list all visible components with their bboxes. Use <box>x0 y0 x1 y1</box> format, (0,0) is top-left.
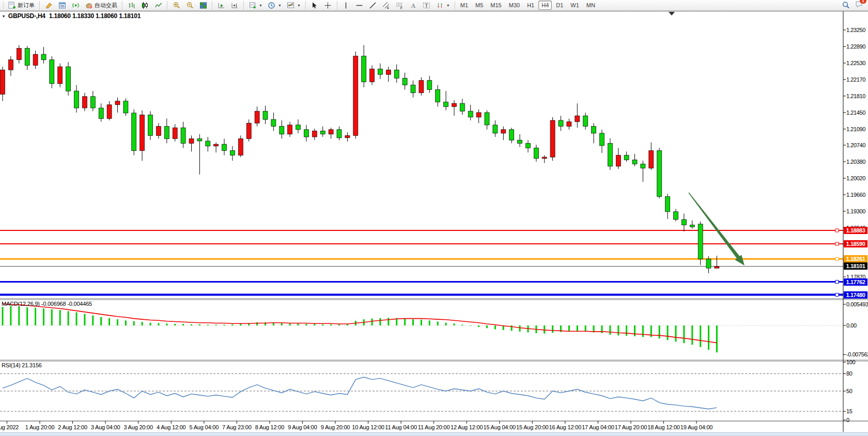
price-axis-tick-label: 1.22890 <box>846 43 865 50</box>
chart-period-button[interactable]: ▼ <box>265 0 284 10</box>
svg-text:T: T <box>425 3 428 8</box>
rsi-line <box>3 377 717 409</box>
rsi-axis-tick-label: 15 <box>846 408 852 414</box>
down-arrow-annotation[interactable] <box>688 193 745 266</box>
zoom-out-icon <box>185 1 194 9</box>
time-axis-label: 17 Aug 20:00 <box>615 424 647 430</box>
bar-chart-icon <box>127 1 135 9</box>
hline-handle[interactable] <box>835 229 839 232</box>
price-axis-tick-label: 1.21810 <box>846 93 865 99</box>
timeframe-button-H4[interactable]: H4 <box>538 1 552 10</box>
market-depth-button[interactable] <box>55 0 69 10</box>
cursor-tool-button[interactable] <box>308 0 321 10</box>
time-axis-label: 18 Aug 12:00 <box>647 424 679 430</box>
rsi-axis-tick-label: 80 <box>846 370 852 377</box>
macd-histogram-series <box>3 306 717 353</box>
chart-shift-marker[interactable] <box>669 12 675 15</box>
text-icon: A <box>409 1 417 9</box>
horizontal-line-tool-button[interactable] <box>353 0 366 10</box>
timeframe-button-D1[interactable]: D1 <box>553 1 566 10</box>
new-order-button[interactable]: 新订单 <box>5 0 37 10</box>
timeframe-button-MN[interactable]: MN <box>583 1 598 10</box>
svg-text:A: A <box>411 2 416 9</box>
time-axis-label: 19 Aug 04:00 <box>680 424 712 430</box>
line-chart-mode-button[interactable] <box>151 0 165 10</box>
macd-axis-tick-label: 0.00 <box>846 322 857 329</box>
new-order-label: 新订单 <box>18 2 35 9</box>
price-axis-tick-label: 1.20380 <box>846 159 865 165</box>
vertical-line-icon <box>342 1 350 9</box>
timeframe-button-M15[interactable]: M15 <box>487 1 504 10</box>
svg-text:F: F <box>400 6 402 9</box>
trendline-icon <box>369 1 377 9</box>
time-axis-label: 11 Aug 20:00 <box>418 424 450 430</box>
trendline-tool-button[interactable] <box>366 0 380 10</box>
timeframe-button-M30[interactable]: M30 <box>506 1 523 10</box>
indicators-button[interactable]: ▼ <box>284 0 303 10</box>
market-depth-icon <box>58 1 66 9</box>
candlestick-icon <box>141 1 149 9</box>
clock-icon <box>268 1 276 9</box>
hline-handle[interactable] <box>835 281 839 284</box>
price-axis-tick-label: 1.19660 <box>846 192 865 198</box>
bar-chart-mode-button[interactable] <box>125 0 138 10</box>
timeframe-button-W1[interactable]: W1 <box>567 1 582 10</box>
hline-handle[interactable] <box>835 293 839 297</box>
chart-ohlc-values: 1.18060 1.18330 1.18060 1.18101 <box>49 12 141 20</box>
hline-handle[interactable] <box>835 257 839 260</box>
price-axis-tick-label: 1.20020 <box>846 175 865 181</box>
price-line-label-1.18261: 1.18261 <box>844 255 867 262</box>
price-axis-tick-label: 1.23250 <box>846 27 865 33</box>
price-axis-tick-label: 1.19300 <box>846 208 865 214</box>
candlestick-series <box>1 45 719 273</box>
new-chart-icon <box>249 1 257 9</box>
timeframe-button-M5[interactable]: M5 <box>472 1 486 10</box>
time-axis-label: 4 Aug 12:00 <box>157 424 186 430</box>
macd-axis-tick-label: 0.005493 <box>846 301 868 307</box>
new-chart-button[interactable]: ▼ <box>246 0 265 10</box>
timeframe-switcher: M1M5M15M30H1H4D1W1MN <box>457 1 598 10</box>
price-axis-tick-label: 1.21090 <box>846 126 865 132</box>
price-axis-tick-label: 1.21450 <box>846 110 865 116</box>
timeframe-button-M1[interactable]: M1 <box>457 1 471 10</box>
price-line-label-1.18883: 1.18883 <box>844 227 867 234</box>
fibonacci-icon: F <box>396 1 404 9</box>
timeframe-button-H1[interactable]: H1 <box>524 1 537 10</box>
horizontal-scrollbar[interactable] <box>0 432 868 436</box>
fibonacci-tool-button[interactable]: F <box>393 0 407 10</box>
equidistant-channel-tool-button[interactable]: E <box>380 0 393 10</box>
time-axis-label: 10 Aug 12:00 <box>352 424 384 430</box>
toolbar-separator <box>167 1 167 10</box>
text-tool-button[interactable]: A <box>407 0 420 10</box>
time-axis-label: 5 Aug 04:00 <box>190 424 219 430</box>
price-axis-tick-label: 1.22170 <box>846 76 865 83</box>
signals-button[interactable] <box>69 0 82 10</box>
candlestick-mode-button[interactable] <box>138 0 151 10</box>
time-axis-label: 15 Aug 04:00 <box>484 424 516 430</box>
auto-scroll-button[interactable] <box>214 0 228 10</box>
dropdown-caret-icon: ▼ <box>278 4 282 7</box>
hline-handle[interactable] <box>835 242 839 245</box>
horizontal-line-icon <box>355 1 364 9</box>
rsi-indicator-label: RSI(14) 21.3156 <box>2 362 42 368</box>
price-line-label-1.18101: 1.18101 <box>844 262 867 270</box>
chart-shift-button[interactable] <box>228 0 241 10</box>
search-icon[interactable] <box>842 1 850 9</box>
price-axis-tick-label: 1.22530 <box>846 60 865 66</box>
vertical-line-tool-button[interactable] <box>339 0 353 10</box>
crosshair-tool-button[interactable] <box>321 0 335 10</box>
highlighter-tool-button[interactable] <box>42 0 55 10</box>
symbol-dropdown-marker[interactable]: ▾ <box>3 14 5 19</box>
text-label-tool-button[interactable]: T <box>420 0 433 10</box>
tile-windows-button[interactable] <box>196 0 210 10</box>
time-axis-label: 17 Aug 04:00 <box>582 424 614 430</box>
toolbar-separator <box>212 1 212 10</box>
arrows-tool-button[interactable]: ▼ <box>433 0 453 10</box>
notifications-button[interactable]: 1 <box>855 0 863 10</box>
auto-trading-button[interactable]: 自动交易 <box>82 0 120 10</box>
time-axis-label: 11 Aug 04:00 <box>385 424 417 430</box>
zoom-out-button[interactable] <box>183 0 196 10</box>
arrow-objects-icon <box>436 1 444 9</box>
chart-symbol-period: GBPUSD-,H4 <box>8 12 45 20</box>
zoom-in-button[interactable] <box>169 0 183 10</box>
